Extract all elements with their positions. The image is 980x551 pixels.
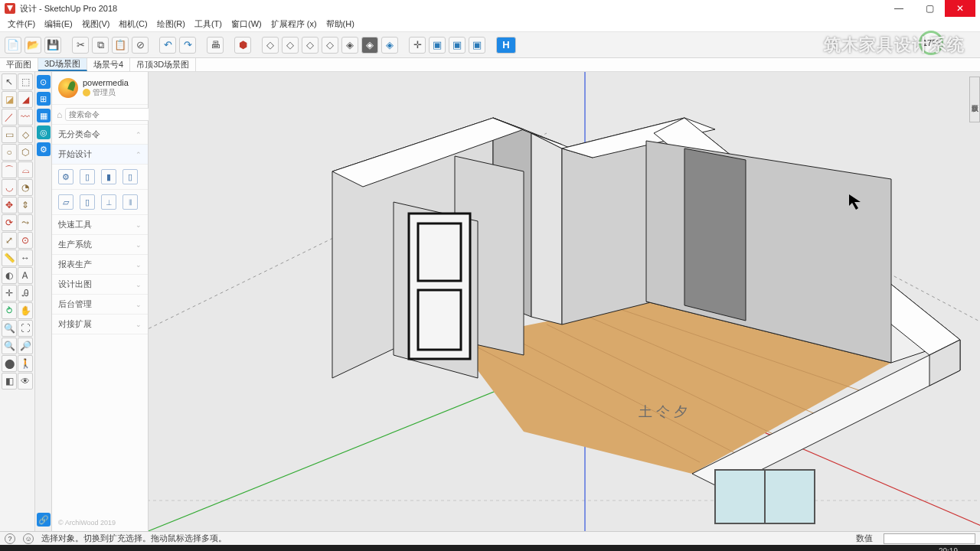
rotate-icon[interactable]: ⟳: [2, 214, 17, 231]
followme-icon[interactable]: ⤳: [18, 214, 33, 231]
tool-measure-icon[interactable]: ⟂: [101, 194, 116, 210]
style3-icon[interactable]: ◇: [302, 37, 318, 54]
orbit-icon[interactable]: ⥁: [2, 302, 17, 319]
panel-uncategorized[interactable]: 无分类命令⌃: [52, 125, 148, 145]
sketchup-icon[interactable]: ◆: [413, 546, 439, 551]
pushpull-icon[interactable]: ⇕: [18, 197, 33, 214]
arc3-icon[interactable]: ◡: [2, 179, 17, 196]
cut-icon[interactable]: ✂: [72, 37, 89, 54]
protractor-icon[interactable]: ◐: [2, 267, 17, 284]
minimize-button[interactable]: —: [884, 0, 914, 17]
style2-icon[interactable]: ◇: [282, 37, 299, 54]
eraser-icon[interactable]: ◪: [2, 91, 17, 108]
tray-clock[interactable]: 20:19 2019-7-28: [923, 547, 958, 551]
freehand-icon[interactable]: 〰: [18, 109, 33, 126]
walk-icon[interactable]: 🚶: [18, 355, 33, 372]
position-icon[interactable]: ⬤: [2, 355, 17, 372]
section-icon[interactable]: ◧: [2, 373, 17, 390]
new-file-icon[interactable]: 📄: [5, 37, 21, 54]
save-icon[interactable]: 💾: [44, 37, 61, 54]
copy-icon[interactable]: ⧉: [92, 37, 109, 54]
axes-icon[interactable]: ✛: [2, 285, 17, 302]
scene-tab-3d[interactable]: 3D场景图: [38, 58, 87, 71]
panel-item-production[interactable]: 生产系统⌄: [52, 235, 148, 255]
panel-item-quicktools[interactable]: 快速工具⌄: [52, 215, 148, 235]
redo-icon[interactable]: ↷: [179, 37, 196, 54]
edge-icon[interactable]: e: [86, 546, 112, 551]
3dtext-icon[interactable]: Ꭿ: [18, 285, 33, 302]
panel-item-integration[interactable]: 对接扩展⌄: [52, 315, 148, 334]
menu-edit[interactable]: 编辑(E): [40, 18, 77, 30]
offset-icon[interactable]: ⊙: [18, 232, 33, 249]
app-red-icon[interactable]: ▮: [358, 546, 384, 551]
strip-btn-4[interactable]: ◎: [37, 126, 51, 139]
rect-icon[interactable]: ▭: [2, 126, 17, 143]
tool-wall-icon[interactable]: ▯: [80, 169, 95, 184]
style7-icon[interactable]: ◈: [381, 37, 398, 54]
axis-icon[interactable]: ✛: [409, 37, 426, 54]
rotrect-icon[interactable]: ◇: [18, 126, 33, 143]
strip-btn-5[interactable]: ⚙: [37, 142, 51, 156]
move-icon[interactable]: ✥: [2, 197, 17, 214]
plugin-icon[interactable]: H: [496, 37, 516, 54]
tray-tab[interactable]: 默认面板: [969, 77, 980, 122]
status-value-box[interactable]: [884, 533, 975, 544]
cortana-icon[interactable]: ◉: [58, 546, 84, 551]
paste-icon[interactable]: 📋: [112, 37, 129, 54]
scale-icon[interactable]: ⤢: [2, 232, 17, 249]
tool-door-icon[interactable]: ▯: [80, 194, 95, 210]
cube3-icon[interactable]: ▣: [469, 37, 485, 54]
panel-start-design[interactable]: 开始设计⌃: [52, 145, 148, 165]
word-icon[interactable]: ▆: [441, 546, 467, 551]
prev-icon[interactable]: 🔎: [18, 337, 33, 354]
text-icon[interactable]: Ꭺ: [18, 267, 33, 284]
strip-btn-1[interactable]: ⊙: [37, 75, 51, 89]
strip-btn-link[interactable]: 🔗: [37, 513, 51, 527]
taskview-icon[interactable]: ◫: [31, 546, 57, 551]
start-button[interactable]: ⊞: [3, 546, 29, 551]
cube2-icon[interactable]: ▣: [449, 37, 466, 54]
menu-extensions[interactable]: 扩展程序 (x): [266, 18, 322, 30]
menu-draw[interactable]: 绘图(R): [152, 18, 190, 30]
panel-item-admin[interactable]: 后台管理⌄: [52, 295, 148, 315]
select-icon[interactable]: ↖: [2, 73, 17, 90]
panel-item-reports[interactable]: 报表生产⌄: [52, 255, 148, 275]
scene-tab-ceiling[interactable]: 吊顶3D场景图: [130, 58, 196, 71]
scene-tab-4[interactable]: 场景号4: [87, 58, 130, 71]
menu-tools[interactable]: 工具(T): [190, 18, 227, 30]
polygon-icon[interactable]: ⬡: [18, 144, 33, 161]
status-user-icon[interactable]: ☺: [23, 533, 34, 544]
arc2-icon[interactable]: ⌓: [18, 161, 33, 178]
tape-icon[interactable]: 📏: [2, 249, 17, 266]
explorer-icon[interactable]: ▆: [331, 546, 357, 551]
strip-btn-2[interactable]: ⊞: [37, 92, 51, 106]
style4-icon[interactable]: ◇: [322, 37, 338, 54]
lasso-icon[interactable]: ⬚: [18, 73, 33, 90]
strip-btn-3[interactable]: ▦: [37, 109, 51, 122]
style6-icon[interactable]: ◈: [361, 37, 378, 54]
status-info-icon[interactable]: ?: [5, 533, 15, 544]
model-icon[interactable]: ⬢: [234, 37, 251, 54]
look-icon[interactable]: 👁: [18, 373, 33, 390]
paint-icon[interactable]: ◢: [18, 91, 33, 108]
tool-col-icon[interactable]: ▮: [101, 169, 116, 184]
pie-icon[interactable]: ◔: [18, 179, 33, 196]
cube1-icon[interactable]: ▣: [429, 37, 446, 54]
zoomwin-icon[interactable]: 🔍: [2, 337, 17, 354]
viewport-3d[interactable]: 默认面板: [149, 72, 980, 531]
panel-item-output[interactable]: 设计出图⌄: [52, 275, 148, 295]
tool-floor-icon[interactable]: ▱: [58, 194, 74, 210]
zoom-icon[interactable]: 🔍: [2, 320, 17, 337]
style5-icon[interactable]: ◈: [341, 37, 358, 54]
menu-camera[interactable]: 相机(C): [114, 18, 152, 30]
tool-config-icon[interactable]: ⫴: [122, 194, 138, 210]
style1-icon[interactable]: ◇: [262, 37, 279, 54]
undo-icon[interactable]: ↶: [159, 37, 176, 54]
circle-icon[interactable]: ○: [2, 144, 17, 161]
menu-help[interactable]: 帮助(H): [322, 18, 359, 30]
cancel-icon[interactable]: ⊘: [132, 37, 149, 54]
home-icon[interactable]: ⌂: [57, 109, 62, 120]
zoomext-icon[interactable]: ⛶: [18, 320, 33, 337]
close-button[interactable]: ✕: [945, 0, 975, 17]
print-icon[interactable]: 🖶: [207, 37, 224, 54]
